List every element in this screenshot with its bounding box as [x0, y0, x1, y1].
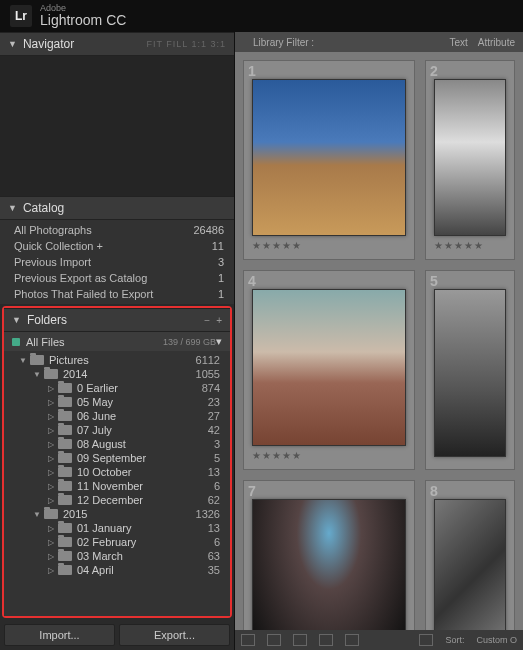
disclosure-arrow-icon[interactable]: ▷ [46, 496, 56, 505]
grid-cell[interactable]: 4★★★★★ [243, 270, 415, 470]
folder-icon [58, 397, 72, 407]
disclosure-arrow-icon[interactable]: ▼ [32, 370, 42, 379]
folder-row[interactable]: ▼20141055 [4, 367, 230, 381]
folder-row[interactable]: ▷02 February6 [4, 535, 230, 549]
folder-icon [58, 565, 72, 575]
volume-name: All Files [26, 336, 65, 348]
thumbnail-image[interactable] [252, 499, 406, 630]
navigator-preview[interactable] [0, 56, 234, 196]
folder-icon [58, 411, 72, 421]
thumbnail-image[interactable] [434, 79, 506, 236]
library-filter-bar[interactable]: Library Filter : Text Attribute [235, 32, 523, 52]
folder-row[interactable]: ▷11 November6 [4, 479, 230, 493]
folder-row[interactable]: ▷08 August3 [4, 437, 230, 451]
catalog-item[interactable]: Photos That Failed to Export1 [0, 286, 234, 302]
survey-view-icon[interactable] [319, 634, 333, 646]
folder-row[interactable]: ▷07 July42 [4, 423, 230, 437]
folder-label: 01 January [77, 522, 208, 534]
sort-value[interactable]: Custom O [476, 635, 517, 645]
rating-stars[interactable]: ★★★★★ [252, 240, 406, 251]
folder-row[interactable]: ▷09 September5 [4, 451, 230, 465]
grid-view-icon[interactable] [241, 634, 255, 646]
catalog-item[interactable]: All Photographs26486 [0, 222, 234, 238]
rating-stars[interactable]: ★★★★★ [434, 240, 506, 251]
disclosure-arrow-icon[interactable]: ▷ [46, 482, 56, 491]
thumbnail-image[interactable] [434, 289, 506, 457]
disclosure-arrow-icon[interactable]: ▷ [46, 412, 56, 421]
disclosure-arrow-icon[interactable]: ▷ [46, 552, 56, 561]
navigator-header[interactable]: ▼ Navigator FIT FILL 1:1 3:1 [0, 32, 234, 56]
navigator-zoom-tools[interactable]: FIT FILL 1:1 3:1 [146, 39, 226, 49]
catalog-item[interactable]: Quick Collection +11 [0, 238, 234, 254]
import-button[interactable]: Import... [4, 624, 115, 646]
export-button[interactable]: Export... [119, 624, 230, 646]
grid-cell[interactable]: 2★★★★★ [425, 60, 515, 260]
folder-row[interactable]: ▼20151326 [4, 507, 230, 521]
disclosure-arrow-icon[interactable]: ▷ [46, 524, 56, 533]
thumbnail-image[interactable] [252, 79, 406, 236]
folder-label: 04 April [77, 564, 208, 576]
filter-attribute[interactable]: Attribute [478, 37, 515, 48]
folder-row[interactable]: ▷12 December62 [4, 493, 230, 507]
folder-icon [58, 523, 72, 533]
volume-row[interactable]: All Files 139 / 699 GB ▾ [4, 332, 230, 351]
grid-cell[interactable]: 8 [425, 480, 515, 630]
filter-text[interactable]: Text [449, 37, 467, 48]
disclosure-arrow-icon[interactable]: ▷ [46, 468, 56, 477]
thumbnail-grid[interactable]: 1★★★★★2★★★★★4★★★★★578 [235, 52, 523, 630]
disclosure-arrow-icon[interactable]: ▷ [46, 566, 56, 575]
thumbnail-image[interactable] [252, 289, 406, 446]
folder-label: 10 October [77, 466, 208, 478]
folder-row[interactable]: ▷04 April35 [4, 563, 230, 577]
folder-label: 07 July [77, 424, 208, 436]
cell-index: 5 [430, 273, 438, 289]
folder-icon [58, 453, 72, 463]
folders-header[interactable]: ▼ Folders − + [4, 308, 230, 332]
disclosure-arrow-icon[interactable]: ▷ [46, 538, 56, 547]
disclosure-arrow-icon[interactable]: ▼ [32, 510, 42, 519]
folder-count: 27 [208, 410, 222, 422]
folder-icon [58, 467, 72, 477]
folder-row[interactable]: ▷06 June27 [4, 409, 230, 423]
catalog-item[interactable]: Previous Import3 [0, 254, 234, 270]
catalog-list: All Photographs26486Quick Collection +11… [0, 220, 234, 304]
disclosure-triangle-icon: ▼ [8, 39, 17, 49]
sort-label: Sort: [445, 635, 464, 645]
folder-count: 5 [214, 452, 222, 464]
folder-count: 3 [214, 438, 222, 450]
disclosure-arrow-icon[interactable]: ▼ [18, 356, 28, 365]
grid-cell[interactable]: 7 [243, 480, 415, 630]
rating-stars[interactable]: ★★★★★ [252, 450, 406, 461]
catalog-item[interactable]: Previous Export as Catalog1 [0, 270, 234, 286]
people-view-icon[interactable] [345, 634, 359, 646]
disclosure-arrow-icon[interactable]: ▷ [46, 454, 56, 463]
folder-row[interactable]: ▷10 October13 [4, 465, 230, 479]
catalog-item-label: All Photographs [14, 224, 92, 236]
folders-plus-button[interactable]: + [216, 315, 222, 326]
folder-row[interactable]: ▷03 March63 [4, 549, 230, 563]
folders-body: All Files 139 / 699 GB ▾ ▼Pictures6112▼2… [4, 332, 230, 616]
grid-cell[interactable]: 5 [425, 270, 515, 470]
folder-row[interactable]: ▷01 January13 [4, 521, 230, 535]
grid-cell[interactable]: 1★★★★★ [243, 60, 415, 260]
loupe-view-icon[interactable] [267, 634, 281, 646]
folder-count: 63 [208, 550, 222, 562]
catalog-header[interactable]: ▼ Catalog [0, 196, 234, 220]
disclosure-arrow-icon[interactable]: ▷ [46, 398, 56, 407]
folder-count: 1055 [196, 368, 222, 380]
disclosure-arrow-icon[interactable]: ▷ [46, 440, 56, 449]
volume-menu-icon[interactable]: ▾ [216, 335, 222, 348]
compare-view-icon[interactable] [293, 634, 307, 646]
disclosure-arrow-icon[interactable]: ▷ [46, 426, 56, 435]
folder-row[interactable]: ▷05 May23 [4, 395, 230, 409]
catalog-item-count: 1 [218, 272, 224, 284]
disclosure-arrow-icon[interactable]: ▷ [46, 384, 56, 393]
painter-icon[interactable] [419, 634, 433, 646]
folder-row[interactable]: ▷0 Earlier874 [4, 381, 230, 395]
folder-icon [58, 425, 72, 435]
folder-label: 11 November [77, 480, 214, 492]
thumbnail-image[interactable] [434, 499, 506, 630]
folder-row[interactable]: ▼Pictures6112 [4, 353, 230, 367]
folders-minus-button[interactable]: − [204, 315, 210, 326]
folder-count: 1326 [196, 508, 222, 520]
